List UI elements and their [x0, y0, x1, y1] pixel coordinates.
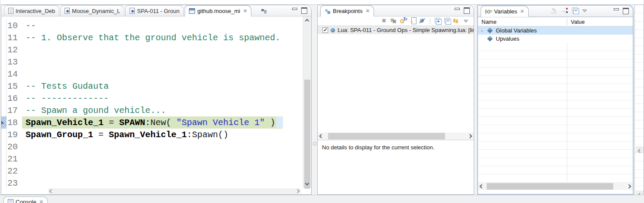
line-number: 11	[7, 33, 22, 43]
sash-handle[interactable]	[313, 142, 316, 145]
variables-horizontal-scrollbar[interactable]	[478, 183, 633, 190]
expander-chevron-icon[interactable]	[478, 27, 484, 34]
code-line-23[interactable]: 23	[1, 177, 303, 188]
toolbar-separator	[430, 18, 430, 24]
annotation-ruler-cell[interactable]	[1, 104, 7, 116]
scroll-right-icon[interactable]	[468, 134, 472, 139]
variable-row[interactable]: Upvalues	[478, 35, 633, 43]
annotation-ruler-cell[interactable]	[1, 56, 7, 68]
code-line-10[interactable]: 10--	[1, 19, 303, 32]
code-line-20[interactable]: 20	[1, 141, 303, 153]
collapse-all-icon[interactable]	[571, 7, 579, 14]
code-line-11[interactable]: 11-- 1. Observe that the ground vehicle …	[1, 32, 303, 44]
annotation-ruler-cell[interactable]	[1, 129, 7, 141]
collapse-all-icon[interactable]	[443, 17, 451, 25]
code-line-18[interactable]: 18Spawn_Vehicle_1 = SPAWN:New( "Spawn Ve…	[1, 116, 303, 129]
column-header-divider[interactable]	[567, 18, 567, 25]
annotation-ruler-cell[interactable]	[1, 165, 7, 177]
annotation-ruler-cell[interactable]	[1, 153, 7, 165]
code-text	[22, 141, 26, 153]
link-with-debug-icon[interactable]	[452, 17, 461, 25]
code-line-12[interactable]: 12	[1, 44, 303, 56]
scroll-left-button[interactable]	[636, 146, 644, 153]
annotation-ruler-cell[interactable]	[1, 68, 7, 80]
annotation-ruler-cell[interactable]	[1, 44, 7, 56]
code-text: Spawn_Group_1 = Spawn_Vehicle_1:Spawn()	[22, 129, 228, 141]
scroll-left-icon[interactable]	[319, 134, 324, 139]
view-menu-icon[interactable]	[581, 7, 589, 14]
tab-label: Console	[16, 199, 36, 203]
scroll-right-icon[interactable]	[627, 184, 631, 189]
editor-horizontal-scrollbar[interactable]	[48, 188, 301, 194]
editor-tab[interactable]: Moose_Dynamic_L	[60, 5, 124, 16]
close-icon[interactable]: ✕	[243, 8, 247, 14]
breakpoint-checkbox[interactable]	[322, 27, 328, 33]
scroll-left-icon[interactable]	[480, 184, 484, 189]
tab-console[interactable]: Console ✕	[3, 197, 48, 203]
close-icon[interactable]: ✕	[366, 8, 370, 14]
breakpoints-icon	[325, 8, 331, 14]
remove-breakpoint-icon[interactable]	[381, 17, 389, 25]
horizontal-scroll-thumb[interactable]	[487, 183, 613, 190]
column-header-value[interactable]: Value	[567, 19, 585, 25]
more-tabs-indicator[interactable]: »8	[261, 6, 267, 16]
line-number: 12	[7, 45, 22, 55]
editor-tab[interactable]: Interactive_Deb	[4, 5, 59, 16]
horizontal-scroll-thumb[interactable]	[328, 133, 445, 139]
maximize-icon[interactable]	[301, 7, 307, 13]
code-text	[22, 44, 26, 56]
variables-empty-grid	[478, 43, 633, 183]
breakpoints-tabbar: Breakpoints ✕	[318, 5, 474, 16]
goto-file-icon[interactable]	[409, 17, 417, 25]
editor-vertical-scrollbar[interactable]	[303, 16, 311, 188]
code-line-22[interactable]: 22	[1, 165, 303, 177]
code-text: -- -------------	[22, 92, 109, 104]
variables-tabbar: (x)= Variables ✕	[478, 6, 633, 17]
code-line-15[interactable]: 15-- Tests Gudauta	[1, 80, 303, 92]
variable-row[interactable]: Global Variables	[478, 26, 633, 35]
show-type-names-icon[interactable]	[551, 7, 559, 14]
code-line-21[interactable]: 21	[1, 153, 303, 165]
skip-all-breakpoints-icon[interactable]	[419, 17, 427, 25]
remove-all-breakpoints-icon[interactable]	[390, 17, 398, 25]
breakpoints-horizontal-scrollbar[interactable]	[318, 132, 474, 140]
annotation-ruler-cell[interactable]	[1, 32, 7, 44]
line-number: 22	[7, 166, 22, 176]
tab-variables[interactable]: (x)= Variables ✕	[481, 6, 529, 17]
vertical-scroll-thumb[interactable]	[304, 80, 310, 189]
annotation-ruler-cell[interactable]	[1, 80, 7, 92]
column-header-name[interactable]: Name	[478, 19, 567, 25]
scroll-up-icon[interactable]	[305, 19, 309, 23]
code-lines[interactable]: 10--11-- 1. Observe that the ground vehi…	[1, 16, 303, 188]
code-line-16[interactable]: 16-- -------------	[1, 92, 303, 104]
minimize-icon[interactable]	[292, 7, 297, 13]
annotation-ruler-cell[interactable]	[1, 92, 7, 104]
annotation-ruler-cell[interactable]	[1, 19, 7, 32]
close-icon[interactable]: ✕	[39, 199, 43, 203]
more-tabs-count: 8	[264, 10, 267, 14]
scroll-right-icon[interactable]	[296, 189, 300, 193]
show-logical-structure-icon[interactable]	[561, 7, 569, 14]
annotation-ruler-cell[interactable]	[1, 141, 7, 153]
tab-breakpoints[interactable]: Breakpoints ✕	[320, 5, 374, 16]
maximize-icon[interactable]	[464, 7, 469, 13]
close-icon[interactable]: ✕	[520, 9, 524, 14]
view-menu-icon[interactable]	[462, 17, 470, 25]
expand-all-icon[interactable]	[433, 17, 442, 25]
minimize-icon[interactable]	[454, 7, 460, 13]
maximize-icon[interactable]	[623, 7, 628, 13]
code-line-14[interactable]: 14	[1, 68, 303, 80]
breakpoints-list[interactable]: Lua: SPA-011 - Ground Ops - Simple Spawn…	[318, 26, 474, 132]
variable-name: Upvalues	[496, 35, 519, 42]
annotation-ruler-cell[interactable]	[1, 177, 7, 188]
code-line-19[interactable]: 19Spawn_Group_1 = Spawn_Vehicle_1:Spawn(…	[1, 129, 303, 141]
show-supported-breakpoints-icon[interactable]	[400, 17, 408, 25]
breakpoint-row[interactable]: Lua: SPA-011 - Ground Ops - Simple Spawn…	[318, 26, 474, 34]
scroll-left-icon[interactable]	[49, 189, 54, 193]
editor-tab[interactable]: SPA-011 - Groun	[125, 5, 184, 16]
editor-tab[interactable]: github.moose_mi✕	[185, 5, 251, 16]
code-line-17[interactable]: 17-- Spawn a gound vehicle...	[1, 104, 303, 116]
instruction-pointer-marker[interactable]	[1, 116, 7, 129]
minimize-icon[interactable]	[613, 7, 619, 13]
code-line-13[interactable]: 13	[1, 56, 303, 68]
